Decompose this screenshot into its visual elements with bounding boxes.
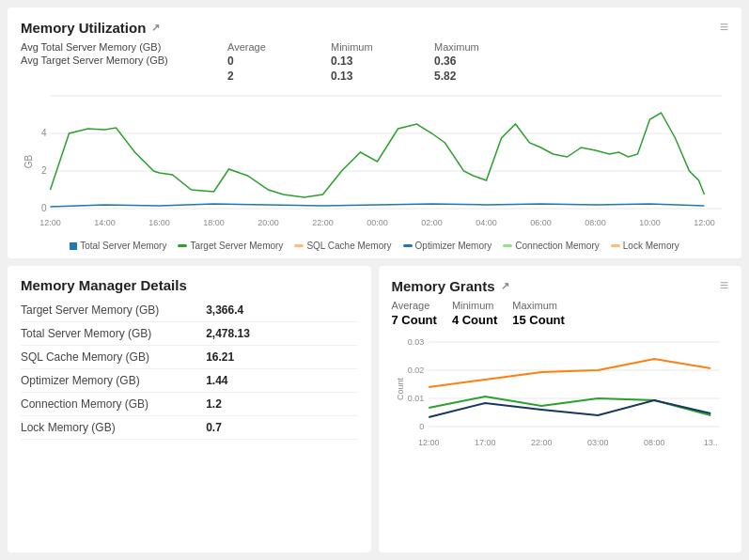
legend-total-server: Total Server Memory bbox=[70, 241, 166, 251]
svg-text:16:00: 16:00 bbox=[148, 218, 170, 227]
svg-text:22:00: 22:00 bbox=[312, 218, 334, 227]
svg-text:12:00: 12:00 bbox=[417, 438, 439, 447]
mm-row-4: Connection Memory (GB) 1.2 bbox=[21, 393, 358, 416]
legend-connection-icon bbox=[503, 244, 512, 247]
stats-min-1: 0.13 bbox=[331, 70, 378, 83]
svg-text:08:00: 08:00 bbox=[585, 218, 606, 227]
svg-text:12:00: 12:00 bbox=[694, 218, 715, 227]
svg-text:00:00: 00:00 bbox=[367, 218, 388, 227]
memory-manager-panel: Memory Manager Details Target Server Mem… bbox=[8, 266, 371, 552]
stats-cols: Average 0 2 Minimum 0.13 0.13 Maximum 0.… bbox=[227, 41, 481, 83]
grants-panel-header: Memory Grants ↗ ≡ bbox=[392, 277, 729, 294]
grants-title-text: Memory Grants bbox=[392, 278, 495, 294]
stats-labels: Avg Total Server Memory (GB) Avg Target … bbox=[21, 41, 209, 83]
legend-target-server: Target Server Memory bbox=[178, 241, 283, 251]
grants-avg-col: Average 7 Count bbox=[392, 300, 437, 327]
mm-value-5: 0.7 bbox=[206, 416, 357, 440]
mm-row-0: Target Server Memory (GB) 3,366.4 bbox=[21, 299, 358, 322]
grants-stats: Average 7 Count Minimum 4 Count Maximum … bbox=[392, 300, 729, 327]
stats-col-maximum: Maximum 0.36 5.82 bbox=[434, 41, 481, 83]
mm-row-1: Total Server Memory (GB) 2,478.13 bbox=[21, 322, 358, 346]
svg-text:0: 0 bbox=[41, 203, 47, 213]
memory-utilization-title: Memory Utilization bbox=[21, 20, 146, 36]
stats-max-0: 0.36 bbox=[434, 54, 481, 68]
external-link-icon[interactable]: ↗ bbox=[151, 22, 160, 34]
grants-chart-svg: 0.03 0.02 0.01 0 Count 12:00 17:00 22:00… bbox=[392, 333, 729, 464]
svg-text:20:00: 20:00 bbox=[257, 218, 279, 227]
legend-optimizer-label: Optimizer Memory bbox=[415, 241, 492, 251]
svg-text:4: 4 bbox=[41, 128, 47, 138]
grants-avg-header: Average bbox=[392, 300, 437, 311]
stats-avg-1: 2 bbox=[227, 70, 274, 83]
grants-min-col: Minimum 4 Count bbox=[452, 300, 497, 327]
memory-grants-panel: Memory Grants ↗ ≡ Average 7 Count Minimu… bbox=[379, 266, 742, 552]
legend-total-server-label: Total Server Memory bbox=[80, 241, 166, 251]
grants-max-val: 15 Count bbox=[512, 313, 565, 327]
stat-label-0: Avg Total Server Memory (GB) bbox=[21, 41, 209, 53]
mm-label-1: Total Server Memory (GB) bbox=[21, 322, 206, 346]
svg-text:0: 0 bbox=[419, 422, 424, 431]
stats-col-average: Average 0 2 bbox=[227, 41, 274, 83]
legend-lock-icon bbox=[611, 244, 620, 247]
mm-row-3: Optimizer Memory (GB) 1.44 bbox=[21, 369, 358, 393]
mm-panel-title: Memory Manager Details bbox=[21, 277, 187, 293]
svg-text:GB: GB bbox=[23, 154, 34, 168]
legend-target-server-label: Target Server Memory bbox=[190, 241, 283, 251]
legend-connection-label: Connection Memory bbox=[515, 241, 599, 251]
grants-external-link-icon[interactable]: ↗ bbox=[501, 280, 509, 292]
mm-value-3: 1.44 bbox=[206, 369, 357, 393]
svg-text:17:00: 17:00 bbox=[474, 438, 495, 447]
top-panel-title: Memory Utilization ↗ bbox=[21, 20, 160, 36]
stats-col-minimum: Minimum 0.13 0.13 bbox=[331, 41, 378, 83]
mm-label-4: Connection Memory (GB) bbox=[21, 393, 206, 416]
grants-panel-title: Memory Grants ↗ bbox=[392, 278, 509, 294]
svg-text:14:00: 14:00 bbox=[94, 218, 116, 227]
grants-max-col: Maximum 15 Count bbox=[512, 300, 565, 327]
stats-avg-header: Average bbox=[227, 41, 274, 53]
svg-text:04:00: 04:00 bbox=[476, 218, 497, 227]
legend-sql-cache: SQL Cache Memory bbox=[294, 241, 391, 251]
legend-lock-label: Lock Memory bbox=[623, 241, 679, 251]
svg-text:03:00: 03:00 bbox=[586, 438, 608, 447]
grants-avg-val: 7 Count bbox=[392, 313, 437, 327]
grants-min-val: 4 Count bbox=[452, 313, 497, 327]
grants-menu-icon[interactable]: ≡ bbox=[720, 277, 728, 294]
mm-label-3: Optimizer Memory (GB) bbox=[21, 369, 206, 393]
legend-optimizer-icon bbox=[403, 244, 413, 247]
mm-label-0: Target Server Memory (GB) bbox=[21, 299, 206, 322]
svg-text:06:00: 06:00 bbox=[530, 218, 552, 227]
grants-min-header: Minimum bbox=[452, 300, 497, 311]
mm-value-2: 16.21 bbox=[206, 346, 357, 369]
mm-table: Target Server Memory (GB) 3,366.4 Total … bbox=[21, 299, 358, 440]
mm-row-5: Lock Memory (GB) 0.7 bbox=[21, 416, 358, 440]
stats-max-header: Maximum bbox=[434, 41, 481, 53]
svg-text:Count: Count bbox=[396, 378, 405, 401]
svg-text:08:00: 08:00 bbox=[643, 438, 664, 447]
stats-max-1: 5.82 bbox=[434, 70, 481, 83]
mm-title-text: Memory Manager Details bbox=[21, 277, 187, 293]
legend-sql-cache-icon bbox=[294, 244, 304, 247]
svg-text:0.01: 0.01 bbox=[407, 394, 424, 403]
chart-legend: Total Server Memory Target Server Memory… bbox=[21, 241, 728, 251]
main-chart-area: 2 4 0 GB 12:00 14:00 16:00 18:00 20:00 2… bbox=[21, 86, 728, 251]
main-chart-svg: 2 4 0 GB 12:00 14:00 16:00 18:00 20:00 2… bbox=[21, 86, 728, 237]
legend-sql-cache-label: SQL Cache Memory bbox=[306, 241, 391, 251]
stats-min-header: Minimum bbox=[331, 41, 378, 53]
top-panel-menu-icon[interactable]: ≡ bbox=[720, 19, 728, 36]
legend-total-server-icon bbox=[70, 242, 77, 250]
legend-lock: Lock Memory bbox=[611, 241, 679, 251]
svg-text:12:00: 12:00 bbox=[39, 218, 61, 227]
grants-max-header: Maximum bbox=[512, 300, 565, 311]
top-stats-row: Avg Total Server Memory (GB) Avg Target … bbox=[21, 41, 728, 83]
mm-label-2: SQL Cache Memory (GB) bbox=[21, 346, 206, 369]
svg-text:0.02: 0.02 bbox=[407, 366, 424, 375]
mm-value-4: 1.2 bbox=[206, 393, 357, 416]
mm-row-2: SQL Cache Memory (GB) 16.21 bbox=[21, 346, 358, 369]
mm-label-5: Lock Memory (GB) bbox=[21, 416, 206, 440]
mm-value-1: 2,478.13 bbox=[206, 322, 357, 346]
legend-connection: Connection Memory bbox=[503, 241, 599, 251]
memory-utilization-panel: Memory Utilization ↗ ≡ Avg Total Server … bbox=[8, 8, 741, 258]
stats-min-0: 0.13 bbox=[331, 54, 378, 68]
svg-text:0.03: 0.03 bbox=[407, 337, 424, 347]
mm-panel-header: Memory Manager Details bbox=[21, 277, 358, 293]
